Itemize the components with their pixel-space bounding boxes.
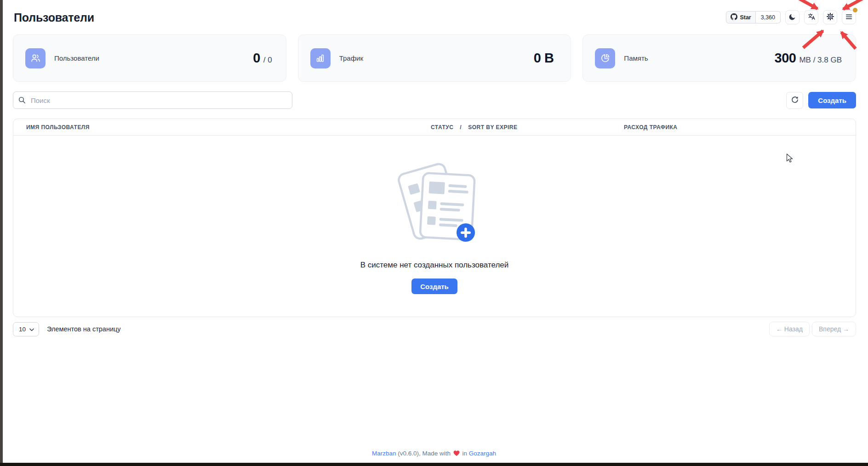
- translate-icon: [807, 12, 816, 22]
- footer: Marzban (v0.6.0), Made with in Gozargah: [0, 450, 868, 457]
- column-header-username[interactable]: ИМЯ ПОЛЬЗОВАТЕЛЯ: [26, 124, 431, 131]
- pagination: 10 Элементов на страницу ← Назад Вперед …: [13, 322, 856, 336]
- menu-button[interactable]: [842, 10, 856, 24]
- language-button[interactable]: [804, 10, 818, 24]
- bar-chart-icon: [310, 48, 331, 68]
- prev-page-button[interactable]: ← Назад: [769, 322, 810, 336]
- moon-icon: [788, 13, 796, 22]
- stat-card-memory: Память 300 MB / 3.8 GB: [582, 34, 856, 82]
- users-icon: [25, 48, 46, 68]
- search-icon: [18, 96, 26, 106]
- notification-dot: [853, 8, 857, 12]
- page-title: Пользователи: [14, 11, 94, 24]
- documents-with-plus-icon: [388, 161, 480, 249]
- table-header-row: ИМЯ ПОЛЬЗОВАТЕЛЯ СТАТУС / SORT BY EXPIRE…: [13, 119, 856, 136]
- sort-by-expire-label: SORT BY EXPIRE: [468, 124, 517, 131]
- stat-label: Память: [624, 54, 648, 62]
- per-page-label: Элементов на страницу: [47, 325, 121, 333]
- empty-state: В системе нет созданных пользователей Со…: [13, 136, 856, 294]
- github-star-count: 3,360: [756, 11, 781, 23]
- gear-icon: [826, 12, 834, 22]
- refresh-icon: [791, 96, 799, 105]
- refresh-button[interactable]: [786, 92, 803, 109]
- header-divider: /: [460, 124, 462, 131]
- footer-org-link[interactable]: Gozargah: [469, 450, 496, 457]
- bottom-edge-bar: [0, 463, 868, 466]
- users-table: ИМЯ ПОЛЬЗОВАТЕЛЯ СТАТУС / SORT BY EXPIRE…: [13, 119, 856, 317]
- empty-create-button[interactable]: Создать: [411, 278, 457, 294]
- stat-value: 300 MB / 3.8 GB: [775, 51, 842, 66]
- stat-value: 0 B: [534, 51, 557, 66]
- pie-chart-icon: [595, 48, 615, 68]
- status-header-label: СТАТУС: [431, 124, 453, 131]
- stat-label: Трафик: [339, 54, 363, 62]
- next-page-button[interactable]: Вперед →: [812, 322, 856, 336]
- github-star-label: Star: [740, 14, 751, 21]
- column-header-status-expire[interactable]: СТАТУС / SORT BY EXPIRE: [431, 124, 624, 131]
- hamburger-icon: [845, 13, 853, 22]
- footer-brand-link[interactable]: Marzban: [372, 450, 396, 457]
- github-icon: [731, 13, 737, 22]
- column-header-traffic[interactable]: РАСХОД ТРАФИКА: [624, 124, 678, 131]
- settings-button[interactable]: [823, 10, 837, 24]
- page-size-select[interactable]: 10: [13, 322, 39, 336]
- toolbar: Создать: [13, 91, 856, 109]
- stat-cards: Пользователи 0 / 0 Трафик 0 B: [13, 34, 856, 82]
- github-star-widget[interactable]: Star 3,360: [726, 11, 781, 23]
- stat-value: 0 / 0: [253, 51, 272, 66]
- search-input[interactable]: [13, 91, 292, 109]
- chevron-down-icon: [29, 326, 34, 333]
- empty-state-message: В системе нет созданных пользователей: [360, 261, 509, 270]
- toolbar-actions: Создать: [786, 92, 856, 109]
- page-size-value: 10: [19, 326, 26, 333]
- footer-version-text: (v0.6.0), Made with: [398, 450, 451, 457]
- pagination-buttons: ← Назад Вперед →: [769, 322, 856, 336]
- stat-card-users: Пользователи 0 / 0: [13, 34, 286, 82]
- footer-in-text: in: [463, 450, 468, 457]
- stat-label: Пользователи: [54, 54, 99, 62]
- stat-card-traffic: Трафик 0 B: [298, 34, 571, 82]
- users-page: Пользователи Star 3,360: [0, 0, 868, 466]
- pagination-left: 10 Элементов на страницу: [13, 322, 121, 336]
- left-edge-bar: [0, 0, 3, 466]
- topbar-controls: Star 3,360: [726, 10, 856, 24]
- heart-icon: [452, 450, 463, 457]
- search-box: [13, 91, 292, 109]
- topbar: Пользователи Star 3,360: [0, 0, 868, 25]
- create-button[interactable]: Создать: [808, 92, 856, 108]
- theme-toggle-button[interactable]: [785, 10, 799, 24]
